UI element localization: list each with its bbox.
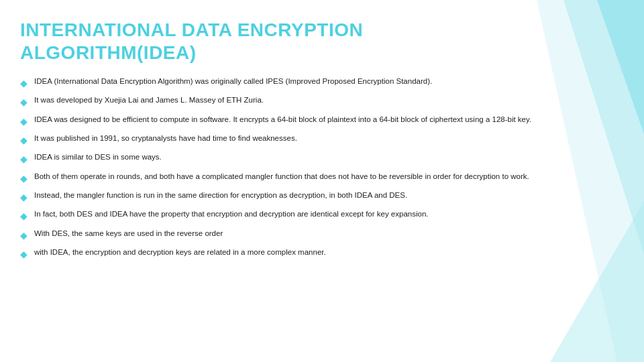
bullet-item-10: ◆with IDEA, the encryption and decryptio…	[20, 247, 610, 261]
bullet-text-1: IDEA (International Data Encryption Algo…	[34, 76, 432, 87]
bullet-text-8: In fact, both DES and IDEA have the prop…	[34, 208, 429, 220]
bullet-icon-6: ◆	[20, 172, 28, 185]
bullet-item-3: ◆IDEA was designed to be efficient to co…	[20, 114, 610, 128]
bullet-text-10: with IDEA, the encryption and decryption…	[34, 247, 326, 258]
bullet-icon-2: ◆	[20, 95, 28, 109]
bullet-icon-7: ◆	[20, 190, 28, 204]
bullet-icon-4: ◆	[20, 133, 28, 147]
bullet-text-4: It was published in 1991, so cryptanalys…	[34, 133, 297, 144]
bullet-text-2: It was developed by Xuejia Lai and James…	[34, 95, 264, 106]
bullet-icon-1: ◆	[20, 76, 28, 90]
page-title: INTERNATIONAL DATA ENCRYPTION ALGORITHM(…	[20, 19, 610, 64]
bullet-icon-9: ◆	[20, 229, 28, 242]
bullet-text-7: Instead, the mangler function is run in …	[34, 190, 407, 201]
bullet-icon-5: ◆	[20, 152, 28, 166]
bullet-item-7: ◆Instead, the mangler function is run in…	[20, 190, 610, 204]
bullet-text-6: Both of them operate in rounds, and both…	[34, 171, 529, 182]
bullet-item-5: ◆IDEA is similar to DES in some ways.	[20, 152, 610, 166]
bullet-item-1: ◆IDEA (International Data Encryption Alg…	[20, 76, 610, 90]
bullet-item-9: ◆With DES, the same keys are used in the…	[20, 228, 610, 242]
bullet-icon-3: ◆	[20, 115, 28, 128]
bullet-text-3: IDEA was designed to be efficient to com…	[34, 114, 531, 125]
bullet-text-5: IDEA is similar to DES in some ways.	[34, 152, 162, 163]
bullet-icon-10: ◆	[20, 247, 28, 261]
bullet-item-4: ◆It was published in 1991, so cryptanaly…	[20, 133, 610, 147]
bullet-item-2: ◆It was developed by Xuejia Lai and Jame…	[20, 95, 610, 109]
bullet-item-8: ◆In fact, both DES and IDEA have the pro…	[20, 208, 610, 223]
bullet-text-9: With DES, the same keys are used in the …	[34, 228, 223, 239]
bullet-item-6: ◆Both of them operate in rounds, and bot…	[20, 171, 610, 185]
bullet-icon-8: ◆	[20, 209, 28, 223]
bullet-list: ◆IDEA (International Data Encryption Alg…	[20, 76, 610, 261]
